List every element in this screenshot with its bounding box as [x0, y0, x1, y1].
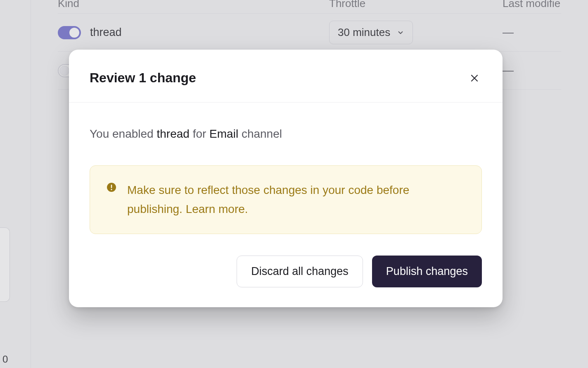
modal-body: You enabled thread for Email channel Mak…	[69, 103, 503, 238]
change-mid: for	[190, 127, 209, 140]
publish-button[interactable]: Publish changes	[372, 256, 482, 287]
change-description: You enabled thread for Email channel	[90, 127, 482, 141]
close-button[interactable]	[467, 71, 482, 86]
modal-header: Review 1 change	[69, 50, 503, 103]
warning-text: Make sure to reflect those changes in yo…	[127, 181, 465, 219]
review-changes-modal: Review 1 change You enabled thread for E…	[69, 50, 503, 307]
warning-icon	[107, 182, 116, 194]
svg-rect-3	[111, 185, 112, 189]
change-kind: thread	[156, 127, 189, 140]
change-prefix: You enabled	[90, 127, 156, 140]
change-suffix: channel	[238, 127, 282, 140]
close-icon	[469, 73, 479, 83]
learn-more-link[interactable]: Learn more.	[186, 203, 248, 215]
discard-button[interactable]: Discard all changes	[237, 256, 363, 287]
change-channel: Email	[209, 127, 238, 140]
modal-footer: Discard all changes Publish changes	[69, 238, 503, 307]
warning-main: Make sure to reflect those changes in yo…	[127, 184, 409, 215]
svg-point-4	[111, 189, 112, 190]
modal-title: Review 1 change	[90, 70, 196, 86]
warning-alert: Make sure to reflect those changes in yo…	[90, 165, 482, 234]
